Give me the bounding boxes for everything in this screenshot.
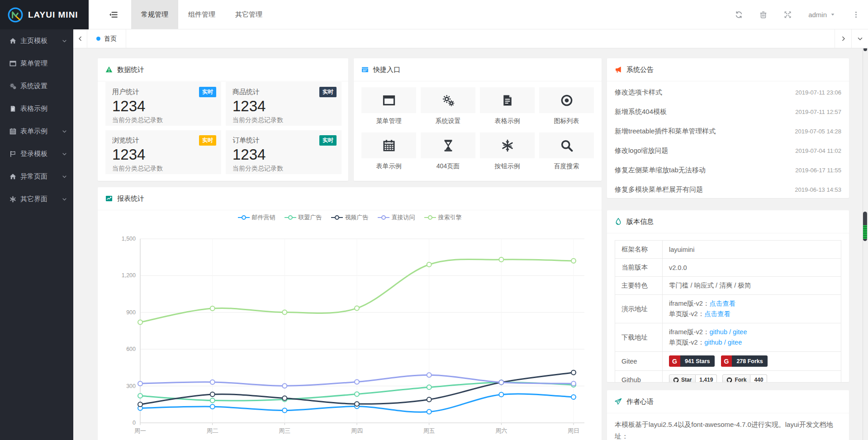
quick-entry-label: 百度搜索 [539, 158, 594, 172]
page-scrollbar-track[interactable] [863, 48, 868, 440]
version-link[interactable]: github [704, 339, 722, 346]
brand-logo[interactable]: LAYUI MINI [0, 0, 89, 29]
notice-date: 2019-07-05 14:28 [795, 128, 841, 135]
gitee-shield-badge[interactable]: G941 Stars [669, 355, 715, 367]
header-nav-tab-其它管理[interactable]: 其它管理 [225, 0, 272, 29]
quick-entry-表格示例[interactable]: 表格示例 [480, 87, 535, 127]
sidebar-item-系统设置[interactable]: 系统设置 [0, 75, 73, 97]
author-card: 作者心语 本模板基于layui2.5.4以及font-awesome-4.7.0… [607, 390, 849, 440]
github-button-label: Fork [722, 374, 750, 382]
quick-entry-按钮示例[interactable]: 按钮示例 [480, 132, 535, 172]
sidebar-item-label: 表单示例 [20, 127, 62, 136]
stat-box-商品统计: 商品统计实时1234当前分类总记录数 [226, 82, 342, 126]
version-link[interactable]: gitee [728, 339, 742, 346]
version-link[interactable]: 点击查看 [709, 300, 735, 307]
link-separator: / [722, 339, 728, 346]
tab-scroll-right-button[interactable] [835, 29, 851, 48]
version-row-value: 零门槛 / 响应式 / 清爽 / 极简 [663, 277, 841, 295]
quick-icon-box [539, 132, 594, 158]
github-button-count: 1,419 [696, 374, 717, 382]
notice-text: 修复左侧菜单缩放tab无法移动 [615, 166, 795, 175]
quick-entry-label: 表单示例 [361, 158, 416, 172]
version-link[interactable]: github [709, 328, 727, 336]
version-row-label: 下载地址 [615, 323, 663, 352]
stat-value: 1234 [232, 98, 335, 115]
version-row: GiteeG941 StarsG278 Forks [615, 352, 841, 371]
quick-entry-系统设置[interactable]: 系统设置 [421, 87, 475, 127]
github-button-text: Fork [735, 377, 746, 382]
quick-card-title: 快捷入口 [373, 66, 400, 74]
version-row: 演示地址iframe版-v2：点击查看单页版-v2：点击查看 [615, 295, 841, 323]
chevron-down-icon [857, 36, 863, 42]
stat-box-浏览统计: 浏览统计实时1234当前分类总记录数 [105, 130, 221, 174]
calendar-icon [383, 139, 395, 152]
chevron-down-icon [830, 12, 835, 17]
svg-text:周六: 周六 [495, 427, 507, 434]
user-menu[interactable]: admin [808, 11, 835, 19]
version-link[interactable]: 点击查看 [704, 310, 730, 317]
quick-entry-百度搜索[interactable]: 百度搜索 [539, 132, 594, 172]
header-nav-tab-常规管理[interactable]: 常规管理 [131, 0, 178, 29]
stats-card-title: 数据统计 [117, 66, 144, 74]
tab-operations-dropdown[interactable] [851, 29, 868, 48]
header-nav-tab-label: 常规管理 [141, 10, 168, 19]
github-octocat-icon [673, 377, 679, 383]
notice-date: 2019-07-04 11:02 [795, 147, 841, 154]
sidebar-item-异常页面[interactable]: 异常页面 [0, 165, 73, 188]
notice-row: 修复多模块菜单栏展开有问题2019-06-13 14:53 [607, 180, 849, 198]
author-card-title: 作者心语 [626, 397, 654, 406]
sidebar-item-登录模板[interactable]: 登录模板 [0, 142, 73, 165]
quick-icon-box [421, 132, 475, 158]
fullscreen-icon[interactable] [784, 11, 792, 19]
refresh-icon[interactable] [735, 11, 743, 19]
quick-entry-菜单管理[interactable]: 菜单管理 [361, 87, 416, 127]
header-actions: admin [735, 0, 868, 29]
quick-icon-box [539, 87, 594, 113]
sidebar-item-菜单管理[interactable]: 菜单管理 [0, 52, 73, 75]
leaf-icon [615, 218, 622, 225]
clear-cache-icon[interactable] [759, 11, 767, 19]
quick-card-header: 快捷入口 [354, 58, 602, 81]
version-row-value: iframe版-v2：点击查看单页版-v2：点击查看 [663, 295, 841, 323]
sidebar-item-表格示例[interactable]: 表格示例 [0, 97, 73, 120]
version-link-line: iframe版-v2：github / gitee [669, 327, 841, 337]
notice-row: 新增系统404模板2019-07-11 12:57 [607, 102, 849, 122]
hourglass-icon [442, 139, 455, 152]
quick-entry-图标列表[interactable]: 图标列表 [539, 87, 594, 127]
github-fork-button[interactable]: Fork440 [722, 374, 767, 382]
stat-label: 订单统计 [232, 136, 260, 144]
notice-row: 修复左侧菜单缩放tab无法移动2019-06-17 11:55 [607, 161, 849, 180]
sidebar-item-表单示例[interactable]: 表单示例 [0, 120, 73, 142]
header-nav-tab-label: 其它管理 [235, 10, 262, 19]
quick-entry-表单示例[interactable]: 表单示例 [361, 132, 416, 172]
page-scrollbar-thumb[interactable] [863, 212, 867, 241]
quick-icon-box [361, 132, 416, 158]
panel-icon [361, 66, 369, 73]
version-row-label: 当前版本 [615, 259, 663, 277]
sidebar-item-label: 登录模板 [20, 150, 62, 158]
asterisk-icon [9, 196, 16, 203]
sidebar-item-主页模板[interactable]: 主页模板 [0, 29, 73, 52]
tab-home[interactable]: 首页 [87, 29, 126, 48]
stat-label: 浏览统计 [112, 136, 139, 144]
quick-entry-404页面[interactable]: 404页面 [421, 132, 475, 172]
version-table: 框架名称layuimini当前版本v2.0.0主要特色零门槛 / 响应式 / 清… [615, 240, 841, 382]
sidebar-item-其它界面[interactable]: 其它界面 [0, 188, 73, 210]
version-link-line: 单页版-v2：github / gitee [669, 337, 841, 348]
github-star-button[interactable]: Star1,419 [669, 374, 717, 382]
gitee-shield-badge[interactable]: G278 Forks [721, 355, 768, 367]
more-menu-icon[interactable] [852, 11, 860, 19]
stats-card: 数据统计 用户统计实时1234当前分类总记录数商品统计实时1234当前分类总记录… [98, 58, 348, 181]
flag-icon [9, 151, 16, 157]
notice-date: 2019-07-11 12:57 [795, 109, 841, 115]
stats-grid: 用户统计实时1234当前分类总记录数商品统计实时1234当前分类总记录数浏览统计… [105, 82, 342, 174]
author-paragraph: 本模板基于layui2.5.4以及font-awesome-4.7.0进行实现。… [615, 419, 841, 440]
calendar-icon [9, 128, 16, 135]
chevron-right-icon [840, 36, 846, 42]
tab-scroll-left-button[interactable] [73, 29, 87, 48]
file-icon [501, 94, 514, 107]
dotcircle-icon [560, 94, 573, 107]
header-nav-tab-组件管理[interactable]: 组件管理 [178, 0, 225, 29]
collapse-sidebar-button[interactable] [101, 0, 125, 29]
version-link[interactable]: gitee [733, 328, 747, 336]
